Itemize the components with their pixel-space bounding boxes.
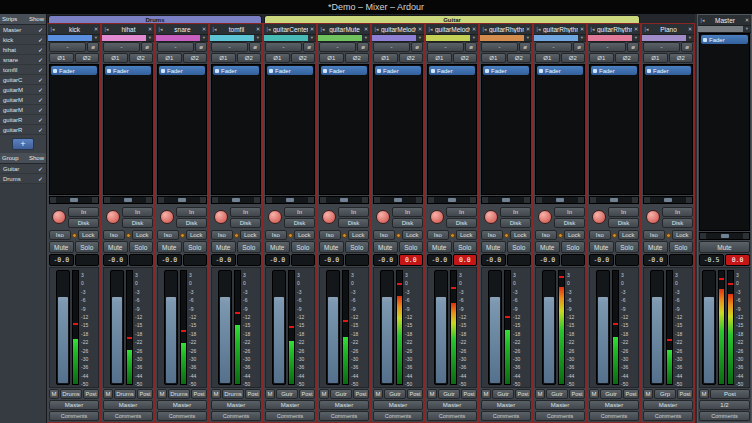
- monitor-input-button[interactable]: In: [392, 207, 423, 217]
- strip-menu-icon[interactable]: |◂: [102, 26, 111, 32]
- processor-box[interactable]: Fader: [319, 64, 369, 195]
- track-name-button[interactable]: guitarMelody 2: [435, 26, 470, 33]
- output-button[interactable]: Master: [427, 400, 477, 410]
- colorbar-dropdown-icon[interactable]: ▾: [92, 35, 100, 41]
- gain-display[interactable]: -0.0: [49, 254, 74, 266]
- record-arm-button[interactable]: [484, 210, 498, 224]
- fader-processor[interactable]: Fader: [375, 66, 421, 75]
- monitor-disk-button[interactable]: Disk: [554, 218, 585, 228]
- input-button[interactable]: -: [535, 42, 572, 52]
- metering-point-button[interactable]: M: [319, 389, 329, 399]
- metering-point-button[interactable]: M: [481, 389, 491, 399]
- phase-invert-1-button[interactable]: Ø1: [319, 53, 344, 63]
- solo-isolate-button[interactable]: Iso: [265, 230, 287, 240]
- output-button[interactable]: Master: [265, 400, 315, 410]
- peak-display[interactable]: [345, 254, 370, 266]
- processor-box[interactable]: Fader: [427, 64, 477, 195]
- comments-button[interactable]: Comments: [319, 411, 369, 421]
- solo-isolate-button[interactable]: Iso: [427, 230, 449, 240]
- trim-button[interactable]: ø: [627, 42, 639, 52]
- solo-lock-button[interactable]: Lock: [672, 230, 694, 240]
- close-icon[interactable]: ✕: [254, 26, 262, 32]
- input-button[interactable]: -: [211, 42, 248, 52]
- add-strip-button[interactable]: +: [12, 138, 34, 150]
- input-button[interactable]: -: [265, 42, 302, 52]
- pan-control[interactable]: [643, 196, 693, 204]
- phase-invert-2-button[interactable]: Ø2: [129, 53, 154, 63]
- track-name-button[interactable]: hihat: [111, 26, 146, 33]
- group-button[interactable]: Drums: [222, 389, 244, 399]
- colorbar-dropdown-icon[interactable]: ▾: [416, 35, 424, 41]
- strip-menu-icon[interactable]: |◂: [642, 26, 651, 32]
- record-arm-button[interactable]: [430, 210, 444, 224]
- record-arm-button[interactable]: [160, 210, 174, 224]
- fader-processor[interactable]: Fader: [213, 66, 259, 75]
- solo-isolate-button[interactable]: Iso: [319, 230, 341, 240]
- output-button[interactable]: Master: [643, 400, 693, 410]
- processor-led-icon[interactable]: [53, 69, 57, 73]
- monitor-disk-button[interactable]: Disk: [284, 218, 315, 228]
- visible-checkbox[interactable]: ✓: [38, 96, 43, 103]
- solo-lock-button[interactable]: Lock: [78, 230, 100, 240]
- group-button[interactable]: Gutr: [600, 389, 622, 399]
- metering-point-button[interactable]: M: [49, 389, 59, 399]
- gain-fader[interactable]: [702, 270, 716, 385]
- fader-processor[interactable]: Fader: [483, 66, 529, 75]
- visible-checkbox[interactable]: ✓: [38, 56, 43, 63]
- solo-isolate-button[interactable]: Iso: [103, 230, 125, 240]
- monitor-input-button[interactable]: In: [500, 207, 531, 217]
- mute-button[interactable]: Mute: [427, 241, 452, 253]
- input-button[interactable]: -: [157, 42, 194, 52]
- gain-fader[interactable]: [326, 270, 340, 385]
- peak-display[interactable]: 0.0: [399, 254, 424, 266]
- pan-control[interactable]: [699, 232, 750, 240]
- pan-handle[interactable]: [502, 198, 510, 202]
- processor-led-icon[interactable]: [647, 69, 651, 73]
- output-button[interactable]: Master: [535, 400, 585, 410]
- group-button[interactable]: Gutr: [546, 389, 568, 399]
- close-icon[interactable]: ✕: [686, 26, 694, 32]
- strip-menu-icon[interactable]: |◂: [480, 26, 489, 32]
- visible-checkbox[interactable]: ✓: [38, 46, 43, 53]
- pan-handle[interactable]: [178, 198, 186, 202]
- record-arm-button[interactable]: [106, 210, 120, 224]
- record-arm-button[interactable]: [538, 210, 552, 224]
- strips-list-item[interactable]: snare ✓: [0, 55, 46, 65]
- phase-invert-2-button[interactable]: Ø2: [183, 53, 208, 63]
- solo-lock-button[interactable]: Lock: [564, 230, 586, 240]
- track-name-button[interactable]: kick: [57, 26, 92, 33]
- meter-post-button[interactable]: Post: [83, 389, 99, 399]
- record-arm-button[interactable]: [376, 210, 390, 224]
- processor-box[interactable]: Fader: [103, 64, 153, 195]
- output-button[interactable]: Master: [103, 400, 153, 410]
- monitor-disk-button[interactable]: Disk: [608, 218, 639, 228]
- record-arm-button[interactable]: [52, 210, 66, 224]
- group-button[interactable]: Gutr: [276, 389, 298, 399]
- gain-display[interactable]: -0.0: [535, 254, 560, 266]
- level-meter[interactable]: [558, 270, 565, 385]
- solo-lock-button[interactable]: Lock: [186, 230, 208, 240]
- monitor-disk-button[interactable]: Disk: [230, 218, 261, 228]
- gain-fader[interactable]: [434, 270, 448, 385]
- solo-button[interactable]: Solo: [615, 241, 640, 253]
- phase-invert-1-button[interactable]: Ø1: [157, 53, 182, 63]
- input-button[interactable]: -: [481, 42, 518, 52]
- comments-button[interactable]: Comments: [427, 411, 477, 421]
- metering-point-button[interactable]: M: [373, 389, 383, 399]
- monitor-disk-button[interactable]: Disk: [122, 218, 153, 228]
- pan-handle[interactable]: [70, 198, 78, 202]
- track-name-button[interactable]: guitarRhythmRight: [597, 26, 632, 33]
- trim-button[interactable]: ø: [303, 42, 315, 52]
- metering-point-button[interactable]: M: [643, 389, 653, 399]
- fader-processor[interactable]: Fader: [537, 66, 583, 75]
- pan-handle[interactable]: [556, 198, 564, 202]
- comments-button[interactable]: Comments: [535, 411, 585, 421]
- group-button[interactable]: Gutr: [330, 389, 352, 399]
- input-button[interactable]: -: [103, 42, 140, 52]
- peak-display[interactable]: [183, 254, 208, 266]
- gain-fader[interactable]: [380, 270, 394, 385]
- trim-button[interactable]: ø: [573, 42, 585, 52]
- output-button[interactable]: Master: [211, 400, 261, 410]
- meter-post-button[interactable]: Post: [245, 389, 261, 399]
- meter-post-button[interactable]: Post: [191, 389, 207, 399]
